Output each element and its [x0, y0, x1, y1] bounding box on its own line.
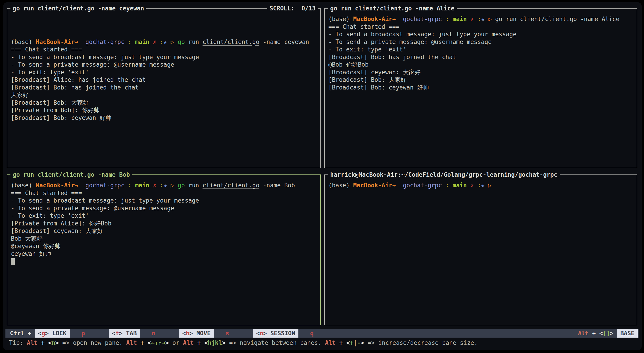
terminal-window: go run client/client.go -name ceyewan SC…: [3, 2, 642, 350]
terminal-line: [11, 15, 316, 23]
terminal-line: [Broadcast] Bob: 大家好: [328, 76, 633, 84]
terminal-line: [Broadcast] Bob: has joined the chat: [328, 53, 633, 61]
hint-alt-key-p: p: [82, 330, 85, 337]
terminal-output-alice: (base) MacBook-Air→ gochat-grpc : main ✗…: [325, 8, 637, 167]
terminal-line: [11, 30, 316, 38]
hint-badge-lock: <g> LOCK: [35, 329, 70, 338]
right-modifier: Alt: [578, 330, 589, 337]
terminal-line: - To send a private message: @username m…: [11, 205, 316, 212]
pane-title-bob: go run client/client.go -name Bob: [10, 171, 132, 179]
terminal-line: [Private from Bob]: 你好帅: [11, 106, 316, 114]
terminal-line: === Chat started ===: [11, 46, 316, 53]
terminal-line: [11, 258, 316, 265]
terminal-line: === Chat started ===: [328, 23, 633, 31]
hint-alt-key-n: n: [152, 330, 155, 337]
statusbar-right: Alt + < [] > BASE: [578, 329, 638, 338]
terminal-line: - To send a private message: @username m…: [11, 61, 316, 69]
pane-ceyewan[interactable]: go run client/client.go -name ceyewan SC…: [7, 8, 321, 168]
pane-bob[interactable]: go run client/client.go -name Bob (base)…: [7, 174, 321, 325]
scroll-indicator: SCROLL: 0/13: [267, 4, 318, 12]
terminal-line: - To send a broadcast message: just type…: [11, 197, 316, 205]
pane-title-ceyewan: go run client/client.go -name ceyewan: [10, 4, 146, 12]
terminal-line: - To send a private message: @username m…: [328, 38, 633, 46]
terminal-line: - To send a broadcast message: just type…: [11, 53, 316, 61]
terminal-line: [Broadcast] ceyewan: 大家好: [328, 69, 633, 76]
right-plus: +: [589, 330, 599, 337]
terminal-output-bob: (base) MacBook-Air→ gochat-grpc : main ✗…: [7, 175, 320, 324]
terminal-cursor: [11, 258, 15, 265]
mode-badge: BASE: [617, 329, 638, 338]
terminal-line: (base) MacBook-Air→ gochat-grpc : main ✗…: [11, 182, 316, 189]
pane-shell[interactable]: harrick@MacBook-Air:~/CodeField/Golang/g…: [324, 174, 637, 325]
terminal-line: [Broadcast] Bob: ceyewan 好帅: [328, 84, 633, 91]
terminal-line: (base) MacBook-Air→ gochat-grpc : main ✗…: [328, 15, 633, 23]
terminal-line: [Broadcast] Alice: has joined the chat: [11, 76, 316, 84]
hint-badge-move: <h> MOVE: [179, 329, 214, 338]
terminal-line: (base) MacBook-Air→ gochat-grpc : main ✗…: [11, 38, 316, 46]
right-bracket-close-icon: >: [610, 330, 614, 337]
desktop: go run client/client.go -name ceyewan SC…: [0, 0, 644, 353]
terminal-line: [Broadcast] Bob: ceyewan 好帅: [11, 114, 316, 122]
terminal-line: - To exit: type 'exit': [328, 46, 633, 53]
terminal-line: Bob 大家好: [11, 235, 316, 243]
terminal-line: [Broadcast] ceyewan: 大家好: [11, 227, 316, 235]
hint-badge-session: <o> SESSION: [253, 329, 298, 338]
terminal-line: - To exit: type 'exit': [11, 212, 316, 220]
tip-line: Tip: Alt + <n> => open new pane. Alt + <…: [9, 339, 478, 347]
terminal-output-ceyewan: (base) MacBook-Air→ gochat-grpc : main ✗…: [7, 8, 320, 167]
hint-alt-key-s: s: [226, 330, 229, 337]
pane-title-shell: harrick@MacBook-Air:~/CodeField/Golang/g…: [328, 171, 560, 179]
status-bar: Ctrl + <g> LOCKp<t> TABn<h> MOVEs<o> SES…: [6, 329, 638, 338]
terminal-line: 大家好: [11, 91, 316, 99]
terminal-line: [Private from Alice]: 你好Bob: [11, 220, 316, 228]
pane-alice[interactable]: go run client/client.go -name Alice (bas…: [324, 8, 637, 168]
right-keys: []: [603, 330, 610, 337]
terminal-line: === Chat started ===: [11, 189, 316, 197]
terminal-line: (base) MacBook-Air→ gochat-grpc : main ✗…: [328, 182, 633, 189]
terminal-line: [Broadcast] Bob: 大家好: [11, 99, 316, 107]
statusbar-modifier: Ctrl +: [10, 330, 35, 337]
right-bracket-open-icon: <: [599, 330, 603, 337]
terminal-line: @Bob 你好Bob: [328, 61, 633, 69]
hint-badge-tab: <t> TAB: [108, 329, 140, 338]
pane-title-alice: go run client/client.go -name Alice: [328, 4, 457, 12]
terminal-output-shell: (base) MacBook-Air→ gochat-grpc : main ✗…: [325, 175, 637, 324]
terminal-line: [Broadcast] Bob: has joined the chat: [11, 84, 316, 91]
terminal-line: @ceyewan 你好帅: [11, 242, 316, 250]
terminal-line: ceyewan 好帅: [11, 250, 316, 258]
hint-alt-key-q: q: [310, 330, 314, 337]
terminal-line: - To send a broadcast message: just type…: [328, 30, 633, 38]
terminal-line: - To exit: type 'exit': [11, 69, 316, 76]
statusbar-hints: <g> LOCKp<t> TABn<h> MOVEs<o> SESSIONq: [35, 329, 338, 338]
terminal-line: [11, 23, 316, 31]
